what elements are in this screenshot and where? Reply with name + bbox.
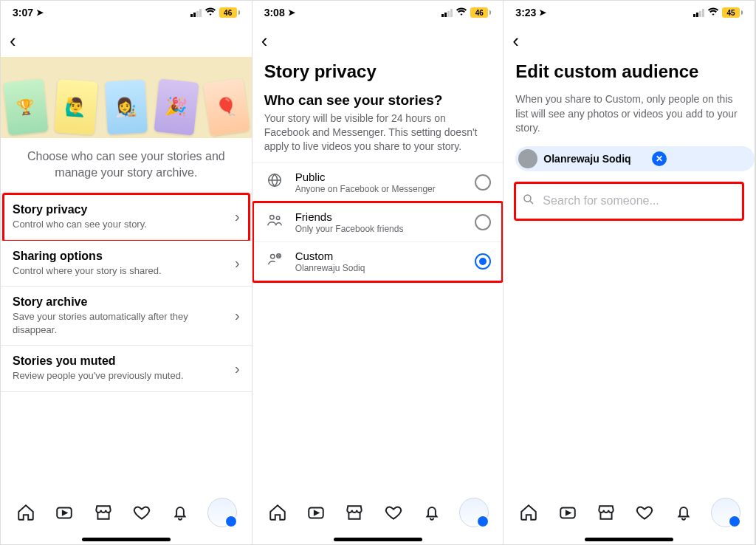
svg-point-3 (276, 216, 279, 219)
page-title: Edit custom audience (504, 57, 755, 92)
status-bar: 3:07 ➤ 46 (1, 1, 252, 24)
section-title: Who can see your stories? (252, 92, 504, 112)
wifi-icon (707, 7, 719, 18)
option-title: Public (295, 171, 465, 183)
back-button[interactable]: ‹ (261, 31, 268, 50)
section-description: Your story will be visible for 24 hours … (252, 112, 504, 162)
option-subtitle: Only your Facebook friends (295, 224, 465, 234)
option-title: Custom (295, 250, 465, 262)
chip-remove-button[interactable]: ✕ (652, 151, 667, 166)
screen-story-privacy: 3:08 ➤ 46 ‹ Story privacy Who can see yo… (252, 1, 504, 545)
home-indicator[interactable] (585, 538, 673, 541)
location-arrow-icon: ➤ (36, 7, 44, 18)
location-arrow-icon: ➤ (539, 7, 546, 18)
tab-bar (1, 496, 252, 529)
cellular-icon (693, 9, 704, 17)
tab-menu-profile[interactable] (459, 498, 489, 527)
screen-story-settings: 3:07 ➤ 46 ‹ 🏆 🙋‍♂️ 👩‍🎨 🎉 🎈 Choose who ca… (1, 1, 252, 545)
row-subtitle: Review people you've previously muted. (13, 369, 226, 383)
row-subtitle: Save your stories automatically after th… (13, 310, 226, 336)
avatar (518, 149, 537, 168)
row-subtitle: Control who can see your story. (13, 218, 226, 231)
option-subtitle: Olanrewaju Sodiq (295, 263, 465, 273)
tab-marketplace[interactable] (595, 501, 617, 524)
wifi-icon (205, 7, 216, 18)
radio-indicator (475, 214, 491, 230)
chevron-right-icon: › (235, 307, 240, 324)
status-bar: 3:23 ➤ 45 (504, 1, 755, 24)
row-title: Stories you muted (13, 354, 226, 368)
hero-illustration: 🏆 🙋‍♂️ 👩‍🎨 🎉 🎈 (1, 57, 252, 138)
chevron-right-icon: › (235, 360, 240, 377)
row-stories-muted[interactable]: Stories you muted Review people you've p… (1, 346, 252, 392)
row-title: Sharing options (13, 250, 226, 263)
search-field[interactable] (519, 187, 739, 216)
header-bar: ‹ (252, 24, 504, 57)
selected-person-chip[interactable]: Olanrewaju Sodiq ✕ (515, 146, 755, 171)
status-bar: 3:08 ➤ 46 (252, 1, 504, 24)
highlight-box: Friends Only your Facebook friends Custo… (252, 202, 504, 281)
back-button[interactable]: ‹ (10, 31, 16, 50)
location-arrow-icon: ➤ (288, 7, 295, 18)
audience-radio-group: Public Anyone on Facebook or Messenger F… (252, 162, 504, 281)
status-time: 3:23 (515, 7, 536, 18)
tab-video[interactable] (557, 501, 579, 524)
tab-dating[interactable] (633, 501, 656, 524)
home-indicator[interactable] (334, 538, 422, 541)
radio-indicator (475, 253, 491, 270)
battery-icon: 46 (470, 7, 491, 18)
status-time: 3:08 (264, 7, 285, 18)
tab-video[interactable] (53, 501, 75, 524)
tab-bar (252, 496, 504, 529)
battery-icon: 45 (722, 7, 743, 18)
tab-video[interactable] (305, 501, 327, 524)
settings-list: Story privacy Control who can see your s… (1, 193, 252, 392)
svg-point-4 (270, 255, 275, 259)
radio-option-public[interactable]: Public Anyone on Facebook or Messenger (252, 162, 504, 202)
tab-dating[interactable] (382, 501, 405, 524)
row-story-privacy[interactable]: Story privacy Control who can see your s… (1, 194, 252, 241)
back-button[interactable]: ‹ (512, 31, 519, 50)
tab-notifications[interactable] (169, 501, 191, 524)
row-subtitle: Control where your story is shared. (13, 264, 226, 278)
row-title: Story archive (13, 295, 226, 309)
radio-option-custom[interactable]: Custom Olanrewaju Sodiq (252, 242, 504, 281)
cellular-icon (441, 9, 453, 17)
tab-notifications[interactable] (673, 501, 695, 524)
tab-home[interactable] (15, 501, 37, 524)
radio-option-friends[interactable]: Friends Only your Facebook friends (252, 202, 504, 242)
tab-menu-profile[interactable] (711, 498, 740, 527)
row-title: Story privacy (13, 203, 226, 216)
svg-point-7 (524, 195, 531, 202)
row-story-archive[interactable]: Story archive Save your stories automati… (1, 287, 252, 346)
radio-indicator (475, 174, 491, 191)
tab-home[interactable] (267, 501, 289, 524)
home-indicator[interactable] (82, 538, 171, 541)
tab-home[interactable] (518, 501, 540, 524)
chevron-right-icon: › (235, 255, 240, 272)
option-title: Friends (295, 210, 465, 223)
tab-menu-profile[interactable] (207, 498, 237, 527)
tab-notifications[interactable] (421, 501, 443, 524)
page-title: Story privacy (252, 57, 504, 92)
custom-audience-icon (264, 251, 285, 271)
option-subtitle: Anyone on Facebook or Messenger (295, 184, 465, 194)
tab-marketplace[interactable] (92, 501, 114, 524)
tab-marketplace[interactable] (343, 501, 365, 524)
screen-edit-custom-audience: 3:23 ➤ 45 ‹ Edit custom audience When yo… (504, 1, 755, 545)
highlight-box (514, 182, 744, 221)
chip-name: Olanrewaju Sodiq (543, 153, 630, 165)
status-time: 3:07 (13, 7, 33, 18)
search-input[interactable] (543, 194, 736, 208)
row-sharing-options[interactable]: Sharing options Control where your story… (1, 241, 252, 287)
page-description: When you share to Custom, only people on… (504, 92, 755, 146)
battery-icon: 46 (219, 7, 240, 18)
svg-point-2 (269, 216, 274, 220)
friends-icon (264, 212, 285, 232)
globe-icon (264, 172, 285, 192)
search-icon (522, 193, 535, 210)
header-bar: ‹ (1, 24, 252, 57)
cellular-icon (190, 9, 202, 17)
header-bar: ‹ (504, 24, 755, 57)
tab-dating[interactable] (131, 501, 153, 524)
